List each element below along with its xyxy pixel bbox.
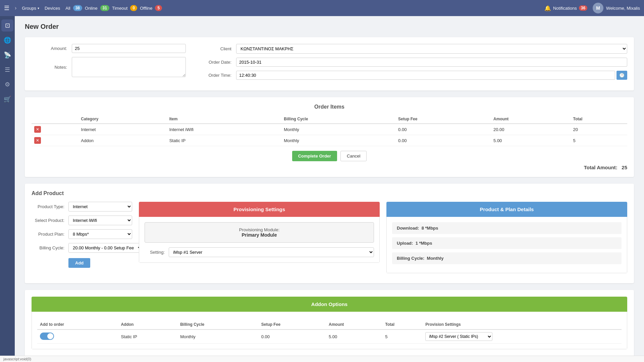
notes-input[interactable] xyxy=(72,57,186,77)
col-billing-cycle: Billing Cycle xyxy=(281,115,395,124)
sidebar-icon-monitor[interactable]: ⊡ xyxy=(1,19,13,32)
nav-arrow-btn[interactable]: › xyxy=(15,5,16,11)
addon-name: Static IP xyxy=(118,329,177,344)
addon-options-panel-header: Addon Options xyxy=(32,297,627,312)
addon-toggle[interactable] xyxy=(40,333,54,340)
sidebar-icon-gear[interactable]: ⚙ xyxy=(1,78,13,90)
addon-col-amount: Amount xyxy=(326,320,382,329)
add-product-card: Add Product Product Type: Internet Selec… xyxy=(25,184,634,283)
select-product-row: Select Product: Internet iWifi xyxy=(32,216,132,225)
order-items-title: Order Items xyxy=(32,104,627,110)
row-total: 20 xyxy=(570,124,627,135)
col-category-label: Category xyxy=(78,115,166,124)
amount-label: Amount: xyxy=(32,46,72,51)
client-row: Client ΚΩΝΣΤΑΝΤΙΝΟΣ ΜΑΚΡΗΣ xyxy=(199,44,627,54)
setting-row: Setting: iMsp #1 Server xyxy=(145,247,374,257)
provisioning-module-name: Primary Module xyxy=(150,232,369,238)
client-label: Client xyxy=(199,46,236,51)
add-product-button[interactable]: Add xyxy=(68,258,90,268)
status-bar: javascript:void(0) xyxy=(0,356,644,362)
all-badge[interactable]: 38 xyxy=(73,5,82,11)
col-item: Item xyxy=(167,115,281,124)
product-plan-row: Product Plan: 8 Mbps* xyxy=(32,229,132,239)
addon-col-add: Add to order xyxy=(37,320,118,329)
table-row: ✕ Internet Internet iWifi Monthly 0.00 2… xyxy=(32,124,627,135)
select-product-label: Select Product: xyxy=(32,218,68,223)
devices-link[interactable]: Devices xyxy=(45,6,60,11)
row-billing: Monthly xyxy=(281,124,395,135)
groups-button[interactable]: Groups ▾ xyxy=(22,6,39,11)
addon-provision-cell: iMsp #2 Server ( Static IPs) xyxy=(423,329,622,344)
upload-detail: Upload: 1 *Mbps xyxy=(392,237,622,249)
delete-row-button[interactable]: ✕ xyxy=(34,126,41,133)
main-content: New Order Amount: Notes: Client xyxy=(15,16,644,362)
order-time-group: 🕐 xyxy=(236,71,627,80)
product-plan-details-panel: Product & Plan Details Download: 8 *Mbps… xyxy=(386,202,627,273)
col-setup-fee: Setup Fee xyxy=(395,115,491,124)
cancel-order-button[interactable]: Cancel xyxy=(340,151,367,161)
total-amount-row: Total Amount: 25 xyxy=(32,165,627,170)
sidebar-icon-globe[interactable]: 🌐 xyxy=(1,34,13,46)
add-product-title: Add Product xyxy=(32,190,627,196)
delete-row-button[interactable]: ✕ xyxy=(34,137,41,144)
addon-options-table: Add to order Addon Billing Cycle Setup F… xyxy=(37,320,622,344)
addon-setup-fee: 0.00 xyxy=(259,329,326,344)
select-product-select[interactable]: Internet iWifi xyxy=(68,216,132,225)
billing-cycle-select[interactable]: 20.00 Monthly - 0.00 Setup Fee xyxy=(68,243,143,253)
toggle-knob xyxy=(47,333,53,339)
online-badge[interactable]: 31 xyxy=(100,5,109,11)
left-form: Amount: Notes: xyxy=(32,44,186,84)
row-setup-fee: 0.00 xyxy=(395,124,491,135)
product-type-select[interactable]: Internet xyxy=(68,202,132,212)
row-setup-fee: 0.00 xyxy=(395,135,491,146)
row-category: Internet xyxy=(78,124,166,135)
client-select[interactable]: ΚΩΝΣΤΑΝΤΙΝΟΣ ΜΑΚΡΗΣ xyxy=(236,44,627,54)
user-menu[interactable]: M Welcome, Mixalis xyxy=(593,3,640,13)
notes-label: Notes: xyxy=(32,65,72,70)
row-item: Static IP xyxy=(167,135,281,146)
addon-options-panel-body: Add to order Addon Billing Cycle Setup F… xyxy=(32,312,627,349)
sidebar-icon-cart[interactable]: 🛒 xyxy=(1,93,13,105)
complete-order-button[interactable]: Complete Order xyxy=(292,151,337,161)
notifications-button[interactable]: 🔔 Notifications 36 xyxy=(544,5,587,11)
billing-cycle-label: Billing Cycle: xyxy=(32,245,68,250)
product-type-row: Product Type: Internet xyxy=(32,202,132,212)
timeout-badge[interactable]: 0 xyxy=(130,5,137,11)
sidebar: ⊡ 🌐 📡 ☰ ⚙ 🛒 xyxy=(0,16,15,362)
hamburger-icon[interactable]: ☰ xyxy=(4,4,9,12)
order-action-buttons: Complete Order Cancel xyxy=(32,151,627,161)
page-title: New Order xyxy=(25,23,634,31)
provisioning-module-label: Provisioning Module: xyxy=(150,227,369,232)
addon-toggle-cell xyxy=(37,329,118,344)
amount-input[interactable] xyxy=(72,44,186,53)
table-row: ✕ Addon Static IP Monthly 0.00 5.00 5 xyxy=(32,135,627,146)
addon-col-billing: Billing Cycle xyxy=(177,320,259,329)
sidebar-icon-signal[interactable]: 📡 xyxy=(1,49,13,61)
product-plan-select[interactable]: 8 Mbps* xyxy=(68,229,132,239)
addon-col-provision: Provision Settings xyxy=(423,320,622,329)
addon-col-addon: Addon xyxy=(118,320,177,329)
order-date-input[interactable] xyxy=(236,58,627,67)
col-total: Total xyxy=(570,115,627,124)
row-amount: 5.00 xyxy=(491,135,570,146)
addon-provision-select[interactable]: iMsp #2 Server ( Static IPs) xyxy=(425,332,492,341)
billing-cycle-row: Billing Cycle: 20.00 Monthly - 0.00 Setu… xyxy=(32,243,132,253)
toggle-switch[interactable] xyxy=(40,333,54,340)
provisioning-panel-body: Provisioning Module: Primary Module Sett… xyxy=(139,217,380,263)
list-item: Static IP Monthly 0.00 5.00 5 iMsp #2 Se… xyxy=(37,329,622,344)
provisioning-module-box: Provisioning Module: Primary Module xyxy=(145,222,374,243)
addon-options-card: Addon Options Add to order Addon Billing… xyxy=(25,290,634,359)
clock-button[interactable]: 🕐 xyxy=(616,71,627,80)
order-items-table: Category Item Billing Cycle Setup Fee Am… xyxy=(32,115,627,146)
offline-badge[interactable]: 5 xyxy=(155,5,162,11)
add-product-layout: Product Type: Internet Select Product: I… xyxy=(32,202,627,277)
product-plan-label: Product Plan: xyxy=(32,232,68,237)
setting-select[interactable]: iMsp #1 Server xyxy=(169,247,374,257)
sidebar-icon-menu[interactable]: ☰ xyxy=(1,64,13,76)
delete-cell: ✕ xyxy=(32,135,78,146)
addon-total: 5 xyxy=(382,329,423,344)
order-time-label: Order Time: xyxy=(199,73,236,78)
order-time-input[interactable] xyxy=(236,71,615,80)
provisioning-panel-header: Provisioning Settings xyxy=(139,202,380,217)
addon-billing: Monthly xyxy=(177,329,259,344)
